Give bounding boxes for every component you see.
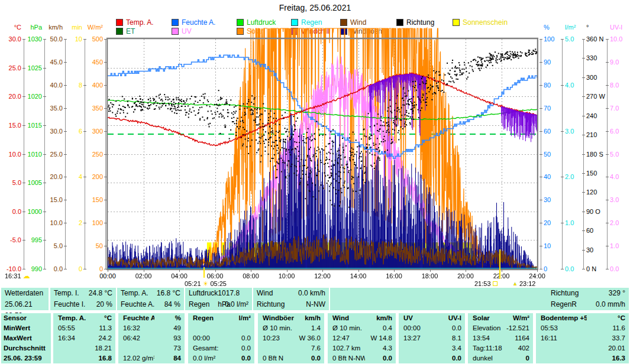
cell-time: 05:53 [536, 323, 587, 333]
cell-value: 0.0 [224, 333, 254, 343]
axis-unit-UV-I: UV-I [610, 24, 630, 31]
sunset-marker-line [499, 249, 500, 279]
info-line: RegenR0.0 mm/h [330, 299, 629, 310]
cell-value: 33.7 [587, 333, 629, 343]
legend-label: Temp. A. [126, 18, 154, 27]
info-label: 25.06.21 23:59 [5, 299, 45, 310]
axis-tick-label: 350 [78, 105, 103, 112]
axis-tick-label: 120 [586, 188, 610, 196]
cell-value: 1164 [503, 333, 533, 343]
column-unit: % [154, 313, 185, 323]
axis-tick [561, 85, 564, 86]
axis-tick [539, 39, 542, 40]
cell-time [258, 343, 294, 353]
table-header-row: Windkm/h [328, 313, 396, 323]
legend-item-richtung: Richtung [396, 18, 434, 27]
cell-time: 05:55 [53, 323, 88, 333]
sunrise-marker-line [203, 267, 205, 278]
table-header-row: Regenl/m² [188, 313, 254, 323]
time-tick [179, 269, 180, 272]
info-label: Richtung [257, 299, 285, 310]
info-line: Feuchte I.20 % [50, 299, 116, 310]
moon-cloud-icon: ☁ [23, 273, 30, 279]
axis-tick-label: 3.0 [610, 196, 630, 203]
table-row: 102.7 km4.3 [328, 343, 396, 353]
axis-tick [582, 39, 585, 40]
cell-value: 18.21 [88, 343, 115, 353]
table-row: 16:1133.7 [536, 333, 629, 343]
legend-swatch-icon [291, 19, 298, 26]
axis-tick-label: 30 [586, 246, 610, 254]
table-row: Ø 10 min.0.4 [328, 323, 396, 333]
axis-tick [539, 223, 542, 223]
info-label: Feuchte A. [121, 299, 154, 310]
table-row-label-column: SensorMinWertMaxWertDurchschnitt25.06. 2… [1, 313, 51, 363]
axis-tick-label: 0.0 [565, 265, 589, 272]
axis-tick [606, 177, 609, 177]
table-row: 0.0 l/m²0.0 [188, 353, 254, 363]
time-tick-label: 02:00 [131, 272, 157, 280]
axis-tick-label: 1.0 [565, 219, 589, 226]
legend-swatch-icon [453, 19, 460, 26]
axis-tick-label: 60 [586, 227, 610, 234]
time-tick-label: 22:00 [489, 272, 515, 280]
table-row: Sensor [1, 313, 51, 323]
axis-tick-label: 30 [544, 196, 567, 203]
cell-value: 0.4 [365, 323, 396, 333]
cell-time [53, 353, 88, 363]
cell-time [53, 343, 88, 353]
axis-tick-label: 1.0 [610, 242, 630, 249]
axis-tick-label: 10.0 [610, 35, 630, 43]
axis-tick-label: 100 [78, 219, 103, 226]
time-tick [466, 269, 466, 272]
axis-tick-label: 1020 [17, 93, 42, 100]
cell-time: Ø 10 min. [258, 323, 294, 333]
table-row: Gesamt:0.0 [188, 343, 254, 353]
cell-time [399, 353, 435, 363]
column-name: UV [399, 313, 435, 323]
axis-tick [43, 96, 46, 97]
table-row: 20.01 [536, 343, 629, 353]
info-cell: Luftdruck1017.8 hPaRegen0.0 l/m² [185, 288, 252, 310]
axis-tick [606, 108, 609, 109]
table-row: Ø 10 min.1.4 [258, 323, 324, 333]
cell-time: 0.0 l/m² [188, 353, 224, 363]
axis-tick [539, 177, 542, 177]
cell-value: 0.0 [294, 353, 324, 363]
column-name: Bodentemp +5 [536, 313, 587, 323]
time-tick-label: 24:00 [524, 272, 550, 280]
cell-time: 16:11 [536, 333, 587, 343]
table-column-regen: Regenl/m²00:000.0Gesamt:0.00.0 l/m²0.0 [188, 313, 254, 363]
table-row-label: MinWert [1, 323, 30, 333]
column-name: Feuchte A. [118, 313, 154, 323]
cell-time: 13:54 [468, 333, 503, 343]
legend-swatch-icon [116, 19, 123, 26]
axis-tick [606, 269, 609, 269]
time-tick [358, 269, 359, 272]
table-row: 06:4293 [118, 333, 185, 343]
cell-time: Tag:11:18 h [468, 343, 503, 353]
cell-value: 0.0 [435, 323, 465, 333]
axis-tick [64, 154, 67, 155]
cell-value: 0.0 [365, 353, 396, 363]
legend-swatch-icon [237, 19, 244, 26]
column-unit: UV-I [435, 313, 465, 323]
info-cell: Richtung329 °RegenR0.0 mm/h [330, 288, 629, 310]
info-label: RegenR [551, 299, 589, 310]
axis-tick-label: 3.0 [565, 128, 589, 135]
info-label: Temp. I. [54, 288, 79, 299]
axis-tick-label: 5.0 [565, 35, 589, 43]
sunrise-annotation: 05:21 ☀ 05:25 [185, 280, 227, 287]
axis-tick [582, 96, 585, 97]
axis-tick-label: 0.0 [610, 265, 630, 272]
axis-tick-label: 50 [544, 151, 567, 158]
cell-value: 93 [154, 333, 185, 343]
axis-tick [561, 269, 564, 269]
time-tick [537, 269, 538, 272]
cell-time [188, 323, 224, 333]
cell-time: dunkel [468, 353, 503, 363]
axis-tick [64, 200, 67, 200]
axis-tick [64, 246, 67, 246]
axis-tick [539, 108, 542, 109]
axis-tick-label: 200 [78, 173, 103, 180]
